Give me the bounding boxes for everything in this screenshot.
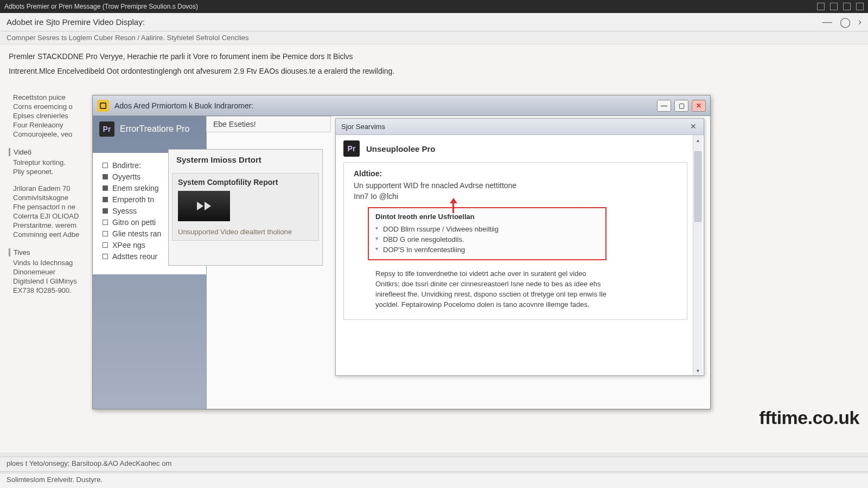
sidebar-header: ErrorTreatiore Pro	[120, 124, 189, 134]
checkbox-icon	[103, 242, 108, 248]
inset-label: Aldtioe:	[354, 169, 677, 178]
sidebar-item-label: Syesss	[112, 207, 137, 215]
compat-caption: Unsupported Video dlealtert tholione	[178, 228, 313, 236]
window-titlebar: Adbots Premier or Pren Message (Trow Pre…	[0, 0, 868, 13]
window-titlebar-icons	[817, 3, 864, 10]
page-title: Adobet ire Sjto Premire Video Display:	[7, 17, 145, 27]
status-bar-2: Solimteslom Erelveitr. Dustyre.	[0, 473, 868, 488]
titlebar-icon-3[interactable]	[843, 3, 851, 10]
bg-side-header-tives: Tives	[9, 248, 85, 256]
bg-paragraph-2: Intrerent.Mlce Encelvedibeld Oot ordonte…	[9, 66, 497, 77]
checkbox-icon	[103, 185, 108, 191]
driver-item[interactable]: DOD Blirn rssurpe / Vidwees nbeiltiig	[375, 224, 599, 234]
checkbox-icon	[103, 231, 108, 236]
restore-icon[interactable]: ◯	[840, 16, 851, 28]
dialog-close-button[interactable]: ✕	[692, 100, 706, 112]
bg-side-line: Jriloran Eadem 70	[9, 184, 85, 192]
sidebar-item-label: Oyyertts	[112, 172, 141, 181]
sidebar-item-label: Bndirtre:	[112, 161, 141, 170]
compat-report-title: System Comptofility Report	[178, 178, 313, 187]
breadcrumb: Comnper Sesres ts Loglem Cuber Reson / A…	[0, 31, 868, 44]
bg-side-line: Prerstaritme. werem	[9, 221, 85, 229]
inset-line-2: Inn7 Io @lchi	[354, 192, 677, 201]
background-sidebar: Recettston puice Corns eroemcing o Eplse…	[9, 93, 85, 296]
compat-report-panel: Systerm Imioss Drtort System Comptofilit…	[168, 149, 323, 266]
bg-paragraph-1: Premler STACKDDNE Pro Veryye, Herachie r…	[9, 51, 497, 62]
sidebar-item-label: Enem sreking	[112, 184, 159, 192]
checkbox-icon	[103, 163, 108, 168]
bg-side-line: Digitslend I GliMinys	[9, 277, 85, 285]
bg-side-line: Corns eroemcing o	[9, 102, 85, 111]
checkbox-icon	[103, 174, 108, 179]
highlighted-driver-box: Dintot lreoth enrle Usfrioellan DOD Blir…	[368, 207, 607, 260]
driver-item[interactable]: DBD G orie nesgoletodils.	[375, 234, 599, 245]
bg-side-line: Comminng eert Adbe	[9, 230, 85, 239]
tab-header[interactable]: Ebe Eseties!	[206, 116, 331, 132]
titlebar-icon-4[interactable]	[856, 3, 864, 10]
minimize-icon[interactable]: —	[822, 16, 832, 28]
browser-chrome: Adobet ire Sjto Premire Video Display: —…	[0, 13, 868, 31]
bg-side-header-video: Videö	[9, 148, 85, 156]
premiere-icon: Pr	[99, 121, 114, 137]
tab-label: Ebe Eseties!	[213, 120, 256, 129]
video-thumbnail	[178, 191, 230, 221]
bg-side-line: Tolreptur korting.	[9, 158, 85, 166]
bg-side-line: EX738 fO285-900.	[9, 286, 85, 294]
popup-header: Unseuploolee Pro	[366, 144, 436, 153]
popup-inset-panel: Aldtioe: Un supportent WID fre nnacled A…	[343, 162, 687, 320]
bg-side-line: Pliy speonet.	[9, 168, 85, 176]
bg-side-line: Colerrta EJI OLIOAD	[9, 212, 85, 220]
sidebar-item-label: Adsttes reour	[112, 252, 157, 261]
dialog-title: Ados Ared Prmiortom k Buok Indraromer:	[114, 101, 253, 110]
mid-panel-title: Systerm Imioss Drtort	[169, 150, 322, 170]
popup-close-button[interactable]: ✕	[688, 122, 698, 132]
red-arrow-icon	[450, 198, 457, 213]
popup-paragraph: Repsy to tlfe tonverdnethe toi videtrt a…	[375, 269, 609, 310]
checkbox-icon	[103, 220, 108, 225]
bg-side-line: Recettston puice	[9, 93, 85, 101]
popup-titlebar[interactable]: Sjor Searvims ✕	[336, 119, 704, 135]
sidebar-item-label: Gitro on petti	[112, 218, 156, 227]
sidebar-item-label: XPee ngs	[112, 241, 145, 249]
app-icon	[97, 100, 109, 112]
bg-side-line: Vinds Io Idechnsag	[9, 259, 85, 267]
play-icon	[197, 202, 203, 210]
dialog-minimize-button[interactable]: —	[657, 100, 671, 112]
checkbox-icon	[103, 208, 108, 214]
window-title: Adbots Premier or Pren Message (Trow Pre…	[4, 3, 198, 10]
sidebar-item-label: Ernperoth tn	[112, 195, 154, 204]
premiere-icon: Pr	[343, 140, 360, 157]
browser-controls: — ◯ ›	[822, 16, 861, 28]
inset-line-1: Un supportent WID fre nnacled Avdrse net…	[354, 181, 677, 190]
checkbox-icon	[103, 254, 108, 259]
dialog-maximize-button[interactable]: ▢	[674, 100, 688, 112]
sidebar-item-label: Glie ntests ran	[112, 229, 161, 238]
popup-title: Sjor Searvims	[341, 123, 385, 131]
red-box-title: Dintot lreoth enrle Usfrioellan	[375, 213, 599, 221]
bg-side-line: Eplses clrenierles	[9, 112, 85, 120]
bg-side-line: Fhe pensactorl n ne	[9, 203, 85, 211]
play-icon	[205, 202, 211, 210]
error-popup: Sjor Searvims ✕ ▴ ▾ Pr Unseuploolee Pro …	[335, 118, 704, 376]
titlebar-icon-2[interactable]	[830, 3, 838, 10]
bg-side-line: Dinonemeuer	[9, 268, 85, 276]
watermark: fftime.co.uk	[759, 407, 859, 428]
driver-item[interactable]: DOP'S In vernfcentestliing	[375, 245, 599, 255]
bg-side-line: Four Renleaony	[9, 121, 85, 129]
titlebar-icon-1[interactable]	[817, 3, 825, 10]
scroll-down-icon[interactable]: ▾	[693, 365, 703, 375]
close-icon[interactable]: ›	[858, 16, 861, 28]
status-bar-1: ploes t Yeto/onsegy; Barsitoop.&AO AdecK…	[0, 457, 868, 472]
checkbox-icon	[103, 197, 108, 202]
bg-side-line: Comourojeele, veo	[9, 130, 85, 138]
bg-side-line: Conmivlsitskogne	[9, 194, 85, 202]
dialog-titlebar[interactable]: Ados Ared Prmiortom k Buok Indraromer: —…	[93, 95, 710, 116]
background-article: Premler STACKDDNE Pro Veryye, Herachie r…	[9, 51, 497, 77]
